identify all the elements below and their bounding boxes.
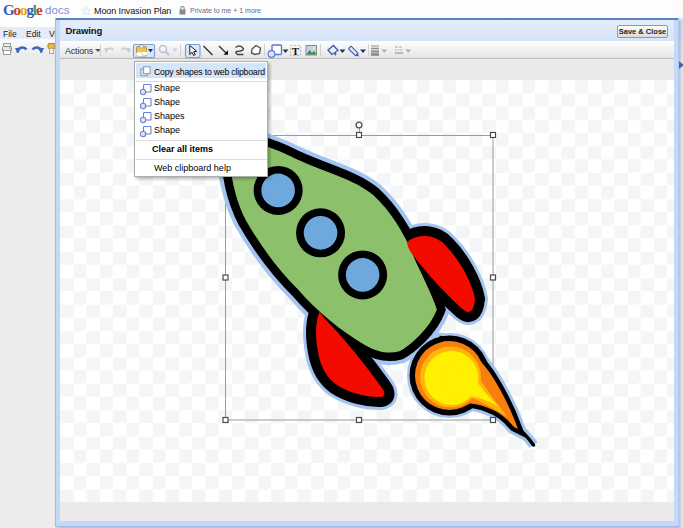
svg-text:T: T [292, 45, 300, 57]
